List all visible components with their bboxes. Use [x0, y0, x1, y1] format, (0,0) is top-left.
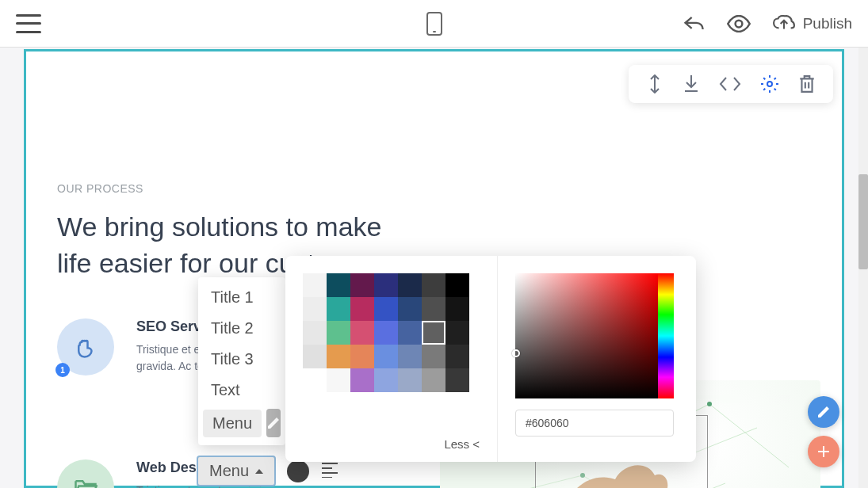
color-swatch-cell[interactable]	[327, 368, 350, 392]
color-swatch-cell[interactable]	[398, 321, 422, 345]
undo-icon[interactable]	[683, 14, 705, 33]
editor-canvas: OUR PROCESS We bring solutions to make l…	[0, 48, 868, 488]
color-swatch-cell[interactable]	[422, 297, 445, 321]
fab-add-icon[interactable]	[808, 436, 839, 467]
sv-picker[interactable]	[515, 273, 674, 398]
color-swatch-cell[interactable]	[350, 273, 374, 297]
top-bar: Publish	[0, 0, 868, 48]
color-swatch-cell[interactable]	[398, 368, 422, 392]
svg-line-11	[709, 404, 789, 467]
color-swatch-grid: Less <	[285, 256, 498, 462]
svg-point-17	[707, 402, 712, 406]
color-swatch-cell[interactable]	[445, 368, 469, 392]
color-swatch-cell[interactable]	[374, 345, 398, 368]
color-swatch-cell[interactable]	[350, 321, 374, 345]
color-swatch-cell[interactable]	[303, 368, 327, 392]
hex-input[interactable]	[515, 410, 674, 437]
code-icon[interactable]	[719, 75, 741, 93]
color-swatch-cell[interactable]	[303, 297, 327, 321]
color-swatch-cell[interactable]	[350, 345, 374, 368]
color-swatch-cell[interactable]	[374, 297, 398, 321]
color-picker-custom	[498, 256, 696, 462]
move-section-icon[interactable]	[646, 74, 663, 93]
scrollbar-track[interactable]	[858, 48, 868, 488]
color-swatch-cell[interactable]	[350, 368, 374, 392]
color-swatch-cell[interactable]	[445, 297, 469, 321]
svg-point-1	[767, 82, 772, 86]
color-swatch-cell[interactable]	[350, 297, 374, 321]
edit-style-icon[interactable]	[266, 409, 281, 437]
color-swatch-cell[interactable]	[303, 321, 327, 345]
color-swatch-cell[interactable]	[445, 345, 469, 368]
section-toolbar	[629, 65, 833, 103]
feature-badge-1: 1	[55, 363, 70, 377]
color-swatch-cell[interactable]	[374, 368, 398, 392]
top-left	[16, 14, 41, 33]
align-left-icon[interactable]	[320, 462, 339, 481]
caret-up-icon	[255, 469, 263, 474]
color-swatch-cell[interactable]	[327, 321, 350, 345]
eyebrow-text[interactable]: OUR PROCESS	[57, 182, 820, 195]
color-swatch-cell[interactable]	[303, 273, 327, 297]
sv-cursor[interactable]	[512, 349, 520, 357]
color-swatch-cell[interactable]	[445, 321, 469, 345]
less-toggle[interactable]: Less <	[444, 437, 480, 451]
menu-style-label[interactable]: Menu	[203, 410, 262, 437]
device-switch	[426, 12, 442, 36]
color-swatch-cell[interactable]	[422, 273, 445, 297]
svg-point-0	[735, 20, 742, 27]
top-right: Publish	[683, 14, 852, 33]
feature-icon-grab: 1	[57, 318, 114, 376]
scrollbar-thumb[interactable]	[858, 174, 868, 269]
color-swatch-cell[interactable]	[374, 321, 398, 345]
color-swatch-cell[interactable]	[303, 345, 327, 368]
text-style-text[interactable]: Text	[198, 375, 285, 406]
color-swatch-cell[interactable]	[398, 345, 422, 368]
preview-eye-icon[interactable]	[727, 15, 751, 32]
publish-label: Publish	[803, 15, 852, 32]
color-swatch-cell[interactable]	[398, 273, 422, 297]
text-color-swatch[interactable]	[287, 460, 309, 482]
delete-trash-icon[interactable]	[798, 74, 816, 93]
text-style-dropdown-label: Menu	[209, 462, 249, 480]
mobile-preview-icon[interactable]	[426, 12, 442, 36]
text-style-title3[interactable]: Title 3	[198, 344, 285, 375]
color-picker-popover: Less <	[285, 256, 696, 462]
color-swatch-cell[interactable]	[327, 345, 350, 368]
text-style-menu: Title 1 Title 2 Title 3 Text Menu	[198, 277, 285, 445]
color-swatch-cell[interactable]	[422, 345, 445, 368]
text-style-dropdown[interactable]: Menu	[197, 456, 276, 486]
color-swatch-cell[interactable]	[327, 297, 350, 321]
hamburger-menu-icon[interactable]	[16, 14, 41, 33]
color-swatch-cell[interactable]	[398, 297, 422, 321]
saturation-value-area[interactable]	[515, 273, 658, 398]
color-swatch-cell[interactable]	[327, 273, 350, 297]
hue-slider[interactable]	[658, 273, 674, 398]
settings-gear-icon[interactable]	[760, 74, 779, 93]
color-swatch-cell[interactable]	[422, 368, 445, 392]
text-style-title2[interactable]: Title 2	[198, 313, 285, 344]
text-style-title1[interactable]: Title 1	[198, 282, 285, 313]
feature-icon-folder: 2	[57, 459, 114, 488]
text-style-menu-footer: Menu	[198, 406, 285, 440]
color-swatch-cell[interactable]	[374, 273, 398, 297]
download-section-icon[interactable]	[683, 74, 700, 93]
fab-edit-icon[interactable]	[808, 396, 839, 428]
color-swatch-cell[interactable]	[445, 273, 469, 297]
color-swatch-cell[interactable]	[422, 321, 445, 345]
publish-button[interactable]: Publish	[773, 15, 852, 32]
